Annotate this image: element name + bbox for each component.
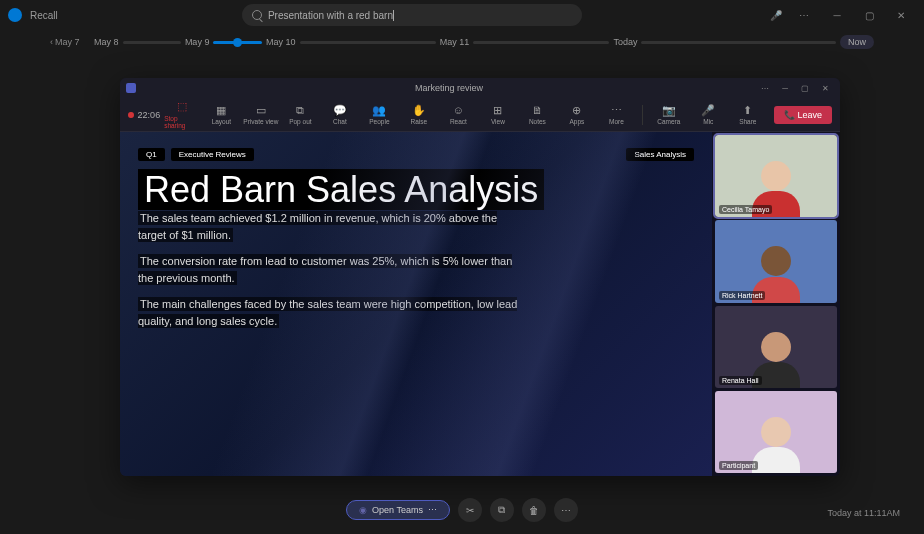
- slide-title: Red Barn Sales Analysis: [138, 169, 544, 210]
- teams-maximize-button[interactable]: ▢: [796, 81, 814, 95]
- app-name: Recall: [30, 10, 58, 21]
- recall-logo: [8, 8, 22, 22]
- timeline-segment[interactable]: [300, 41, 436, 44]
- pop-out-button[interactable]: ⧉Pop out: [283, 104, 319, 125]
- search-query: Presentation with a red barn: [268, 10, 394, 21]
- camera-button[interactable]: 📷Camera: [651, 104, 687, 125]
- chat-button[interactable]: 💬Chat: [322, 104, 358, 125]
- teams-close-button[interactable]: ✕: [816, 81, 834, 95]
- now-button[interactable]: Now: [840, 35, 874, 49]
- participant-name: Participant: [719, 461, 758, 470]
- participant-tile[interactable]: Rick Hartnett: [715, 220, 837, 302]
- timeline-prev[interactable]: ‹ May 7: [50, 37, 90, 47]
- snapshot-preview: Marketing review ⋯ ─ ▢ ✕ 22:06 ⬚Stop sha…: [120, 78, 840, 476]
- delete-button[interactable]: 🗑: [522, 498, 546, 522]
- open-teams-button[interactable]: ◉ Open Teams ⋯: [346, 500, 450, 520]
- close-button[interactable]: ✕: [886, 3, 916, 27]
- timeline-segment[interactable]: [641, 41, 836, 44]
- copy-button[interactable]: ⧉: [490, 498, 514, 522]
- stop-sharing-button[interactable]: ⬚Stop sharing: [164, 101, 200, 129]
- participant-name: Renata Hall: [719, 376, 762, 385]
- tag-exec: Executive Reviews: [171, 148, 254, 161]
- people-button[interactable]: 👥People: [362, 104, 398, 125]
- presentation-slide: Q1 Executive Reviews Sales Analysis Red …: [120, 132, 712, 476]
- slide-bullet-1: The sales team achieved $1.2 million in …: [138, 211, 497, 242]
- slide-bullet-2: The conversion rate from lead to custome…: [138, 254, 512, 285]
- minimize-button[interactable]: ─: [822, 3, 852, 27]
- participant-tile[interactable]: Renata Hall: [715, 306, 837, 388]
- apps-button[interactable]: ⊕Apps: [559, 104, 595, 125]
- tag-sales: Sales Analysis: [626, 148, 694, 161]
- more-button[interactable]: ⋯More: [599, 104, 635, 125]
- maximize-button[interactable]: ▢: [854, 3, 884, 27]
- tag-quarter: Q1: [138, 148, 165, 161]
- snapshot-timestamp: Today at 11:11AM: [827, 508, 900, 518]
- participant-name: Cecilia Tamayo: [719, 205, 772, 214]
- teams-window-title: Marketing review: [142, 83, 756, 93]
- more-actions-button[interactable]: ⋯: [554, 498, 578, 522]
- teams-icon: [126, 83, 136, 93]
- private-view-button[interactable]: ▭Private view: [243, 104, 279, 125]
- teams-icon: ◉: [359, 505, 367, 515]
- teams-minimize-button[interactable]: ─: [776, 81, 794, 95]
- participant-tile[interactable]: Cecilia Tamayo: [715, 135, 837, 217]
- slide-bullet-3: The main challenges faced by the sales t…: [138, 297, 517, 328]
- search-icon: [252, 10, 262, 20]
- leave-button[interactable]: 📞 Leave: [774, 106, 833, 124]
- react-button[interactable]: ☺React: [441, 104, 477, 125]
- timeline-segment-active[interactable]: [213, 41, 262, 44]
- notes-button[interactable]: 🗎Notes: [520, 104, 556, 125]
- voice-input-button[interactable]: 🎤: [766, 5, 786, 25]
- timeline-segment[interactable]: [123, 41, 181, 44]
- participant-tile[interactable]: Participant: [715, 391, 837, 473]
- raise-hand-button[interactable]: ✋Raise: [401, 104, 437, 125]
- recording-icon: [128, 112, 134, 118]
- participant-name: Rick Hartnett: [719, 291, 765, 300]
- share-button[interactable]: ⬆Share: [730, 104, 766, 125]
- layout-button[interactable]: ▦Layout: [204, 104, 240, 125]
- view-button[interactable]: ⊞View: [480, 104, 516, 125]
- search-input[interactable]: Presentation with a red barn: [242, 4, 582, 26]
- search-more-button[interactable]: ⋯: [794, 5, 814, 25]
- timeline-segment[interactable]: [473, 41, 609, 44]
- call-timer: 22:06: [138, 110, 161, 120]
- teams-more-button[interactable]: ⋯: [756, 81, 774, 95]
- chevron-down-icon: ⋯: [428, 505, 437, 515]
- timeline[interactable]: ‹ May 7 May 8 May 9 May 10 May 11 Today …: [0, 30, 924, 54]
- crop-button[interactable]: ✂: [458, 498, 482, 522]
- mic-button[interactable]: 🎤Mic: [691, 104, 727, 125]
